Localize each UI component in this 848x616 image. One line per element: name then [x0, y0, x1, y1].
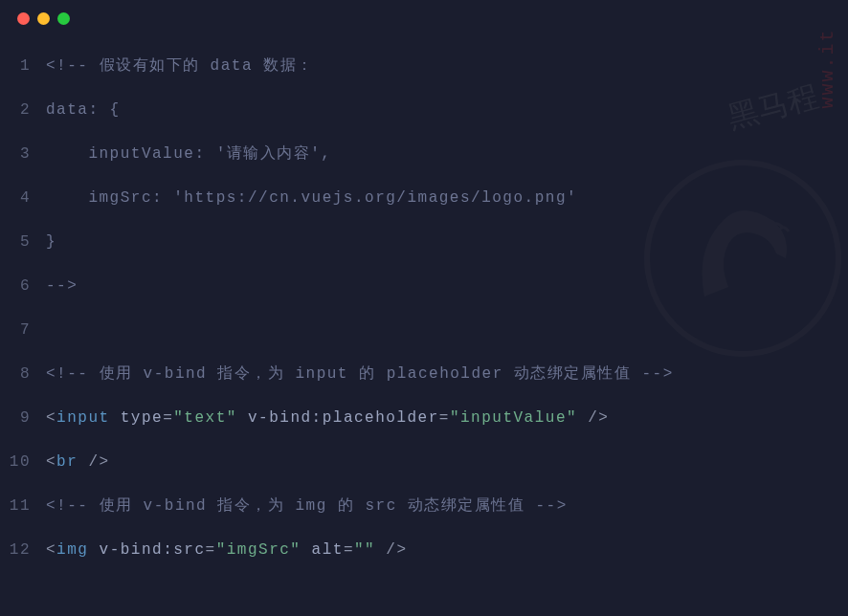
- line-number: 1: [0, 44, 46, 88]
- code-line[interactable]: 10<br />: [0, 440, 848, 484]
- line-content[interactable]: inputValue: '请输入内容',: [46, 132, 331, 176]
- line-number: 4: [0, 176, 46, 220]
- code-token: br: [56, 453, 78, 471]
- code-line[interactable]: 9<input type="text" v-bind:placeholder="…: [0, 396, 848, 440]
- code-line[interactable]: 1<!-- 假设有如下的 data 数据：: [0, 44, 848, 88]
- code-line[interactable]: 11<!-- 使用 v-bind 指令，为 img 的 src 动态绑定属性值 …: [0, 484, 848, 528]
- line-number: 9: [0, 396, 46, 440]
- line-content[interactable]: -->: [46, 264, 78, 308]
- code-token: v-bind:placeholder: [248, 409, 439, 427]
- line-number: 10: [0, 440, 46, 484]
- code-token: />: [386, 541, 407, 559]
- code-token: [78, 453, 88, 471]
- code-token: }: [46, 233, 56, 251]
- line-content[interactable]: <input type="text" v-bind:placeholder="i…: [46, 396, 609, 440]
- line-content[interactable]: <!-- 使用 v-bind 指令，为 input 的 placeholder …: [46, 352, 674, 396]
- code-token: =: [163, 409, 173, 427]
- line-number: 3: [0, 132, 46, 176]
- code-token: imgSrc: 'https://cn.vuejs.org/images/log…: [46, 189, 577, 207]
- line-number: 11: [0, 484, 46, 528]
- code-token: type: [121, 409, 163, 427]
- line-number: 6: [0, 264, 46, 308]
- code-token: />: [588, 409, 609, 427]
- code-token: img: [56, 541, 88, 559]
- title-bar: [0, 0, 848, 36]
- code-line[interactable]: 4 imgSrc: 'https://cn.vuejs.org/images/l…: [0, 176, 848, 220]
- line-number: 5: [0, 220, 46, 264]
- code-token: <!-- 假设有如下的 data 数据：: [46, 57, 314, 75]
- line-content[interactable]: data: {: [46, 88, 121, 132]
- code-token: <!-- 使用 v-bind 指令，为 img 的 src 动态绑定属性值 --…: [46, 497, 568, 515]
- line-number: 2: [0, 88, 46, 132]
- line-number: 8: [0, 352, 46, 396]
- code-line[interactable]: 5}: [0, 220, 848, 264]
- code-editor-window: 1<!-- 假设有如下的 data 数据：2data: {3 inputValu…: [0, 0, 848, 616]
- code-line[interactable]: 6-->: [0, 264, 848, 308]
- line-number: 12: [0, 528, 46, 572]
- line-content[interactable]: <br />: [46, 440, 110, 484]
- code-token: [237, 409, 248, 427]
- code-token: =: [344, 541, 354, 559]
- code-token: />: [88, 453, 109, 471]
- line-content[interactable]: }: [46, 220, 56, 264]
- line-content[interactable]: imgSrc: 'https://cn.vuejs.org/images/log…: [46, 176, 577, 220]
- code-token: <: [46, 453, 56, 471]
- code-line[interactable]: 12<img v-bind:src="imgSrc" alt="" />: [0, 528, 848, 572]
- minimize-icon[interactable]: [37, 12, 50, 25]
- code-line[interactable]: 3 inputValue: '请输入内容',: [0, 132, 848, 176]
- code-token: "": [354, 541, 375, 559]
- code-line[interactable]: 7: [0, 308, 848, 352]
- code-token: [577, 409, 588, 427]
- code-token: -->: [46, 277, 78, 295]
- code-area[interactable]: 1<!-- 假设有如下的 data 数据：2data: {3 inputValu…: [0, 36, 848, 572]
- code-token: data: {: [46, 101, 121, 119]
- code-line[interactable]: 2data: {: [0, 88, 848, 132]
- code-line[interactable]: 8<!-- 使用 v-bind 指令，为 input 的 placeholder…: [0, 352, 848, 396]
- line-content[interactable]: <!-- 使用 v-bind 指令，为 img 的 src 动态绑定属性值 --…: [46, 484, 568, 528]
- code-token: [110, 409, 121, 427]
- code-token: v-bind:src: [100, 541, 206, 559]
- maximize-icon[interactable]: [57, 12, 70, 25]
- code-token: <: [46, 541, 56, 559]
- code-token: "inputValue": [450, 409, 577, 427]
- line-number: 7: [0, 308, 46, 352]
- code-token: "text": [173, 409, 237, 427]
- code-token: alt: [312, 541, 344, 559]
- code-token: [88, 541, 99, 559]
- code-token: [301, 541, 311, 559]
- code-token: input: [56, 409, 110, 427]
- code-token: =: [439, 409, 450, 427]
- line-content[interactable]: <img v-bind:src="imgSrc" alt="" />: [46, 528, 408, 572]
- line-content[interactable]: <!-- 假设有如下的 data 数据：: [46, 44, 314, 88]
- close-icon[interactable]: [17, 12, 30, 25]
- code-token: =: [206, 541, 216, 559]
- code-token: <: [46, 409, 56, 427]
- code-token: "imgSrc": [216, 541, 301, 559]
- code-token: <!-- 使用 v-bind 指令，为 input 的 placeholder …: [46, 365, 674, 383]
- code-token: [375, 541, 386, 559]
- code-token: inputValue: '请输入内容',: [46, 145, 331, 163]
